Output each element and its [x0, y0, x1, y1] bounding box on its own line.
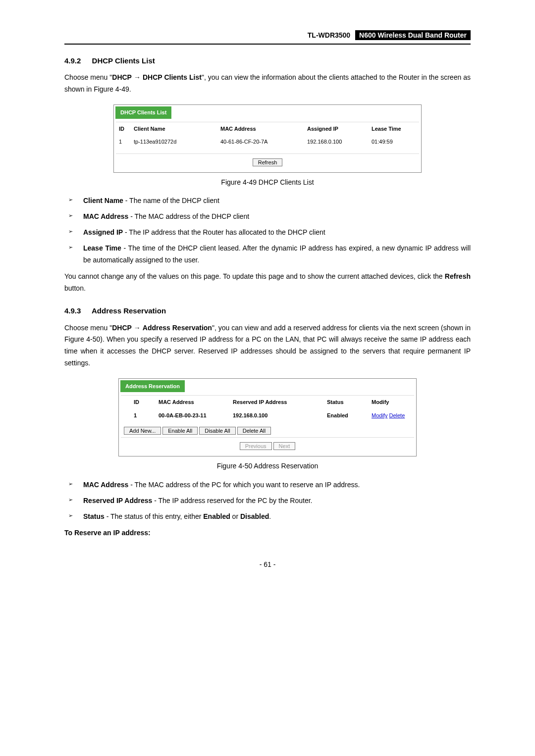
- disabled-word: Disabled: [240, 512, 269, 520]
- menu-path-dhcp: DHCP: [112, 73, 132, 81]
- refresh-word: Refresh: [445, 272, 471, 280]
- list-item: MAC Address - The MAC address of the DHC…: [64, 211, 471, 223]
- term: Assigned IP: [83, 228, 123, 236]
- model-label: TL-WDR3500: [308, 31, 350, 39]
- col-assigned-ip: Assigned IP: [307, 124, 372, 134]
- text: button.: [64, 284, 86, 292]
- device-title: N600 Wireless Dual Band Router: [355, 30, 471, 40]
- menu-path-address-res: Address Reservation: [143, 324, 212, 332]
- col-mac: MAC Address: [220, 124, 307, 134]
- cell-mac: 00-0A-EB-00-23-11: [159, 411, 233, 420]
- col-client-name: Client Name: [134, 124, 220, 134]
- desc: or: [230, 512, 240, 520]
- table-row: 1 tp-113ea910272d 40-61-86-CF-20-7A 192.…: [114, 135, 421, 149]
- cell-status: Enabled: [327, 411, 372, 420]
- desc: .: [269, 512, 271, 520]
- table-header-row: ID Client Name MAC Address Assigned IP L…: [114, 122, 421, 136]
- refresh-button[interactable]: Refresh: [253, 158, 283, 166]
- term: MAC Address: [83, 212, 128, 220]
- cell-id: 1: [119, 137, 134, 147]
- cell-ip: 192.168.0.100: [233, 411, 327, 420]
- section-title: Address Reservation: [92, 306, 166, 315]
- address-reservation-panel: Address Reservation ID MAC Address Reser…: [118, 378, 417, 456]
- cell-ip: 192.168.0.100: [307, 137, 372, 147]
- col-lease-time: Lease Time: [372, 124, 416, 134]
- col-status: Status: [327, 398, 372, 407]
- reservation-field-list: MAC Address - The MAC address of the PC …: [64, 479, 471, 522]
- list-item: Assigned IP - The IP address that the Ro…: [64, 227, 471, 239]
- term: Reserved IP Address: [83, 497, 152, 504]
- list-item: MAC Address - The MAC address of the PC …: [64, 479, 471, 491]
- desc: - The status of this entry, either: [105, 512, 203, 520]
- col-id: ID: [119, 124, 134, 134]
- add-new-button[interactable]: Add New...: [124, 427, 161, 435]
- section-title: DHCP Clients List: [92, 56, 155, 65]
- table-row: 1 00-0A-EB-00-23-11 192.168.0.100 Enable…: [119, 409, 416, 422]
- panel-title: Address Reservation: [120, 380, 185, 393]
- refresh-note: You cannot change any of the values on t…: [64, 271, 471, 295]
- section-number: 4.9.3: [64, 306, 81, 315]
- cell-client: tp-113ea910272d: [134, 137, 220, 147]
- text: You cannot change any of the values on t…: [64, 272, 445, 280]
- section-heading-dhcp-clients: 4.9.2 DHCP Clients List: [64, 54, 471, 67]
- term: MAC Address: [83, 481, 128, 489]
- desc: - The time of the DHCP client leased. Af…: [83, 244, 471, 264]
- enable-all-button[interactable]: Enable All: [162, 427, 198, 435]
- menu-path-dhcp: DHCP: [112, 324, 132, 332]
- intro-pre: Choose menu ": [64, 73, 112, 81]
- col-id: ID: [134, 398, 159, 407]
- section-heading-address-reservation: 4.9.3 Address Reservation: [64, 304, 471, 317]
- list-item: Client Name - The name of the DHCP clien…: [64, 195, 471, 207]
- page-number: - 61 -: [64, 559, 471, 571]
- col-reserved-ip: Reserved IP Address: [233, 398, 327, 407]
- dhcp-field-list: Client Name - The name of the DHCP clien…: [64, 195, 471, 266]
- cell-mac: 40-61-86-CF-20-7A: [220, 137, 307, 147]
- arrow-icon: →: [134, 324, 141, 332]
- section-number: 4.9.2: [64, 56, 81, 65]
- col-mac: MAC Address: [159, 398, 233, 407]
- desc: - The name of the DHCP client: [123, 197, 219, 204]
- cell-actions: Modify Delete: [372, 411, 416, 420]
- panel-title: DHCP Clients List: [115, 106, 171, 119]
- menu-path-clients: DHCP Clients List: [143, 73, 202, 81]
- delete-all-button[interactable]: Delete All: [237, 427, 271, 435]
- reserve-ip-heading: To Reserve an IP address:: [64, 527, 471, 539]
- intro-pre: Choose menu ": [64, 324, 112, 332]
- figure-caption-50: Figure 4-50 Address Reservation: [64, 460, 471, 472]
- page-header: TL-WDR3500 N600 Wireless Dual Band Route…: [64, 30, 471, 45]
- disable-all-button[interactable]: Disable All: [199, 427, 235, 435]
- term: Status: [83, 512, 105, 520]
- desc: - The IP address that the Router has all…: [123, 228, 325, 236]
- desc: - The MAC address of the DHCP client: [128, 212, 249, 220]
- section2-intro: Choose menu "DHCP → Address Reservation"…: [64, 322, 471, 369]
- cell-id: 1: [134, 411, 159, 420]
- previous-button[interactable]: Previous: [240, 442, 272, 450]
- list-item: Status - The status of this entry, eithe…: [64, 511, 471, 523]
- list-item: Reserved IP Address - The IP address res…: [64, 495, 471, 507]
- dhcp-clients-list-panel: DHCP Clients List ID Client Name MAC Add…: [113, 104, 422, 173]
- modify-link[interactable]: Modify: [372, 412, 387, 418]
- next-button[interactable]: Next: [273, 442, 296, 450]
- list-item: Lease Time - The time of the DHCP client…: [64, 243, 471, 266]
- section1-intro: Choose menu "DHCP → DHCP Clients List", …: [64, 72, 471, 96]
- arrow-icon: →: [134, 73, 141, 81]
- col-modify: Modify: [372, 398, 411, 407]
- term: Client Name: [83, 197, 123, 204]
- enabled-word: Enabled: [203, 512, 230, 520]
- figure-caption-49: Figure 4-49 DHCP Clients List: [64, 177, 471, 189]
- term: Lease Time: [83, 244, 121, 252]
- desc: - The MAC address of the PC for which yo…: [128, 481, 360, 489]
- desc: - The IP address reserved for the PC by …: [152, 497, 312, 504]
- cell-lease: 01:49:59: [372, 137, 416, 147]
- table-header-row: ID MAC Address Reserved IP Address Statu…: [119, 396, 416, 409]
- delete-link[interactable]: Delete: [389, 412, 405, 418]
